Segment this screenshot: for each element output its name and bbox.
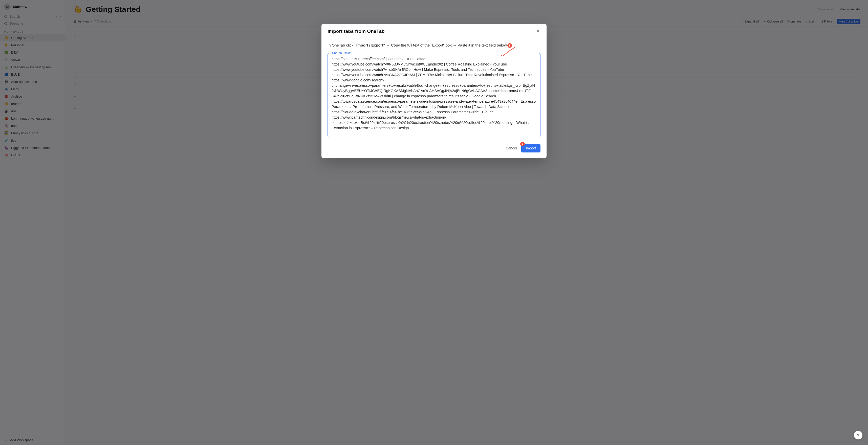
- modal-title: Import tabs from OneTab: [328, 29, 385, 34]
- modal-footer: Cancel 2 Import: [321, 140, 547, 158]
- instruction-text: In OneTab click "Import / Export" → Copy…: [328, 43, 540, 48]
- modal-header: Import tabs from OneTab: [321, 24, 547, 38]
- annotation-badge-1: 1: [507, 43, 512, 48]
- cancel-button[interactable]: Cancel: [506, 146, 517, 150]
- onetab-export-textarea[interactable]: [332, 56, 536, 132]
- field-legend: OneTab Export: [331, 51, 351, 54]
- modal-body: In OneTab click "Import / Export" → Copy…: [321, 38, 547, 140]
- instruction-pre: In OneTab click: [328, 43, 354, 47]
- modal-overlay[interactable]: Import tabs from OneTab In OneTab click …: [0, 0, 868, 445]
- help-button[interactable]: ?: [854, 431, 862, 439]
- instruction-mid: → Copy the full text of the "Export" box…: [385, 43, 507, 47]
- close-icon[interactable]: [536, 29, 540, 34]
- instruction-bold: "Import / Export": [354, 43, 385, 47]
- onetab-export-field: OneTab Export: [328, 53, 540, 137]
- import-modal: Import tabs from OneTab In OneTab click …: [321, 24, 547, 158]
